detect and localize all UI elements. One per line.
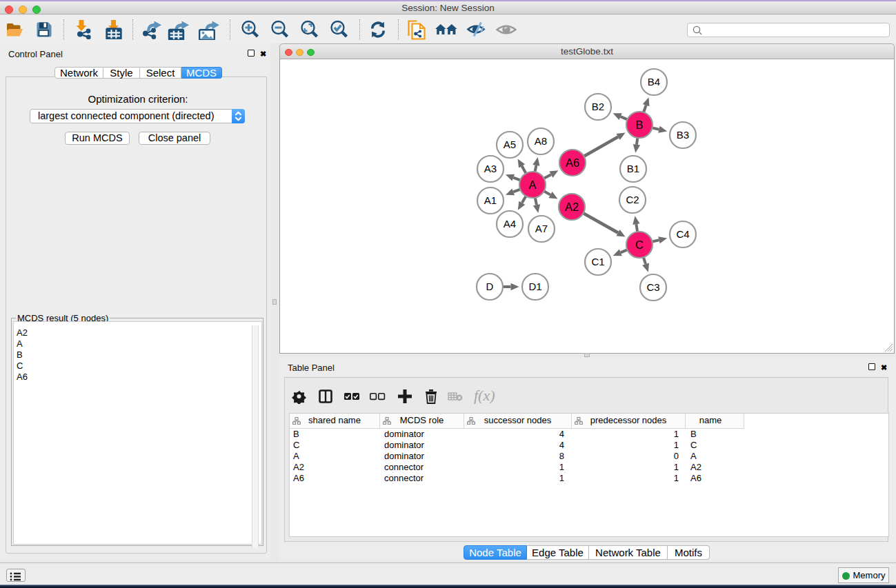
svg-text:C1: C1 <box>591 256 604 267</box>
svg-text:A6: A6 <box>566 156 579 169</box>
svg-text:A7: A7 <box>535 223 548 234</box>
svg-text:B1: B1 <box>627 163 639 174</box>
svg-text:A: A <box>529 179 537 191</box>
svg-text:B2: B2 <box>592 101 604 112</box>
svg-text:A3: A3 <box>484 163 497 174</box>
svg-text:A2: A2 <box>565 201 579 213</box>
svg-text:D: D <box>486 281 494 292</box>
svg-text:A5: A5 <box>504 139 516 150</box>
svg-text:B4: B4 <box>648 76 660 88</box>
svg-text:A8: A8 <box>535 135 547 147</box>
svg-text:A4: A4 <box>504 218 516 230</box>
svg-text:B3: B3 <box>677 129 689 141</box>
svg-text:A1: A1 <box>484 194 497 206</box>
svg-text:C2: C2 <box>626 194 639 205</box>
svg-text:C3: C3 <box>646 281 659 293</box>
svg-text:C4: C4 <box>676 228 689 240</box>
svg-text:B: B <box>636 119 644 131</box>
svg-text:D1: D1 <box>528 281 541 292</box>
svg-text:C: C <box>635 239 644 251</box>
